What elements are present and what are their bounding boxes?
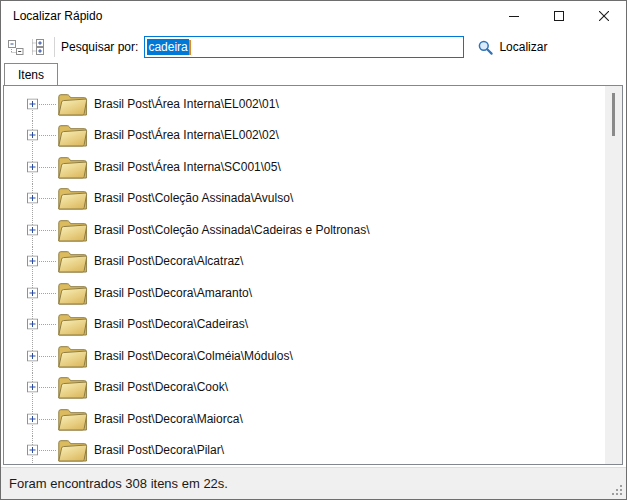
folder-icon [56,311,89,338]
folder-icon [56,216,89,243]
expand-plus-icon[interactable] [27,287,38,298]
tree-item-label: Brasil Post\Decora\Cook\ [94,380,228,394]
minimize-button[interactable] [491,1,536,31]
tree-item-label: Brasil Post\Área Interna\EL002\02\ [94,128,279,142]
folder-icon [56,405,89,432]
window-controls [491,1,626,31]
expand-plus-icon[interactable] [27,445,38,456]
search-label: Pesquisar por: [61,40,138,54]
search-input[interactable]: cadeira [144,36,464,58]
tree-item-label: Brasil Post\Decora\Pilar\ [94,443,224,457]
tree-row[interactable]: Brasil Post\Coleção Assinada\Avulso\ [4,183,605,215]
tab-strip: Itens [1,63,626,85]
tree-row[interactable]: Brasil Post\Área Interna\EL002\02\ [4,120,605,152]
tree-row[interactable]: Brasil Post\Área Interna\SC001\05\ [4,151,605,183]
status-text: Foram encontrados 308 itens em 22s. [9,476,228,491]
maximize-icon [554,11,564,21]
expand-plus-icon[interactable] [27,224,38,235]
tab-itens-label: Itens [18,68,44,82]
localizar-button-label: Localizar [499,40,547,54]
folder-icon [56,90,89,117]
tree-item-label: Brasil Post\Decora\Alcatraz\ [94,254,243,268]
tree-item-label: Brasil Post\Área Interna\EL002\01\ [94,97,279,111]
minimize-icon [509,11,519,21]
expand-all-tree-icon[interactable] [30,39,46,55]
expand-plus-icon[interactable] [27,382,38,393]
resize-grip-icon[interactable] [611,484,624,497]
tree-row[interactable]: Brasil Post\Decora\Amaranto\ [4,277,605,309]
status-bar: Foram encontrados 308 itens em 22s. [1,467,626,499]
tree-row[interactable]: Brasil Post\Coleção Assinada\Cadeiras e … [4,214,605,246]
tree-row[interactable]: Brasil Post\Decora\Maiorca\ [4,403,605,435]
tree-rows: Brasil Post\Área Interna\EL002\01\ Brasi… [4,88,605,465]
text-caret [189,40,191,55]
tree-row[interactable]: Brasil Post\Decora\Alcatraz\ [4,246,605,278]
tree-item-label: Brasil Post\Decora\Amaranto\ [94,286,252,300]
folder-icon [56,374,89,401]
expand-plus-icon[interactable] [27,319,38,330]
expand-plus-icon[interactable] [27,413,38,424]
folder-icon [56,342,89,369]
tree-item-label: Brasil Post\Decora\Colméia\Módulos\ [94,349,293,363]
titlebar: Localizar Rápido [1,1,626,31]
folder-icon [56,279,89,306]
folder-icon [56,185,89,212]
maximize-button[interactable] [536,1,581,31]
scrollbar-thumb[interactable] [612,93,615,136]
expand-plus-icon[interactable] [27,130,38,141]
search-input-selected-text: cadeira [147,39,188,55]
localizar-button[interactable]: Localizar [473,37,551,58]
tree-row[interactable]: Brasil Post\Decora\Cook\ [4,372,605,404]
tree-row[interactable]: Brasil Post\Decora\Cadeiras\ [4,309,605,341]
tree-row[interactable]: Brasil Post\Decora\Pilar\ [4,435,605,466]
tree-item-label: Brasil Post\Decora\Maiorca\ [94,412,243,426]
close-icon [599,11,609,21]
vertical-scrollbar[interactable] [605,86,622,464]
window-title: Localizar Rápido [1,9,491,23]
folder-icon [56,153,89,180]
collapse-all-tree-icon[interactable] [8,39,24,55]
tree-row[interactable]: Brasil Post\Decora\Colméia\Módulos\ [4,340,605,372]
tree-item-label: Brasil Post\Coleção Assinada\Cadeiras e … [94,223,369,237]
expand-plus-icon[interactable] [27,98,38,109]
expand-plus-icon[interactable] [27,193,38,204]
tree-item-label: Brasil Post\Área Interna\SC001\05\ [94,160,281,174]
tree-item-label: Brasil Post\Decora\Cadeiras\ [94,317,248,331]
expand-plus-icon[interactable] [27,161,38,172]
tree-item-label: Brasil Post\Coleção Assinada\Avulso\ [94,191,293,205]
expand-plus-icon[interactable] [27,256,38,267]
localizar-rapido-window: Localizar Rápido [0,0,627,500]
folder-icon [56,122,89,149]
close-button[interactable] [581,1,626,31]
tree-row[interactable]: Brasil Post\Área Interna\EL002\01\ [4,88,605,120]
folder-icon [56,248,89,275]
toolbar-separator [54,37,55,57]
expand-plus-icon[interactable] [27,350,38,361]
results-tree-panel: Brasil Post\Área Interna\EL002\01\ Brasi… [3,85,623,465]
magnifier-icon [477,39,494,56]
toolbar: Pesquisar por: cadeira Localizar [1,31,626,63]
tab-itens[interactable]: Itens [4,63,58,85]
folder-icon [56,437,89,464]
